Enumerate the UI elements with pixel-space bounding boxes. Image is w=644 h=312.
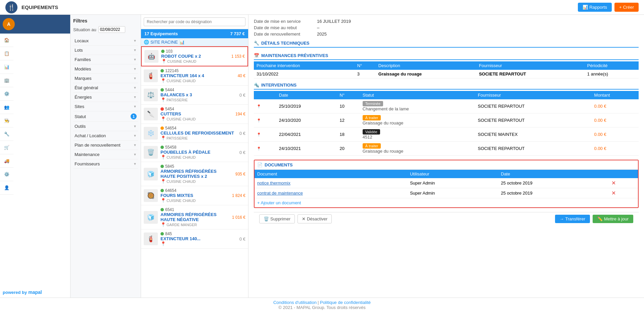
- rapports-button[interactable]: 📊 Rapports: [578, 3, 612, 12]
- doc-name-1[interactable]: contrat de maintenance: [255, 188, 407, 198]
- equip-item-8[interactable]: 🧊 6541 ARMOIRES RÉFRIGÉRÉES HAUTE NÉGATI…: [141, 205, 248, 229]
- renouvellement-value: 2025: [317, 32, 327, 37]
- nav-settings[interactable]: ⚙️: [0, 168, 13, 181]
- filter-item-sites[interactable]: Sites▼: [73, 102, 138, 111]
- nav-user[interactable]: 👤: [0, 181, 13, 195]
- nav-list[interactable]: 📋: [0, 47, 13, 60]
- pin-icon: 📍: [160, 241, 166, 246]
- equip-price-4: 0 €: [239, 131, 245, 136]
- mise-en-service-value: 16 JUILLET 2019: [317, 19, 351, 24]
- filter-label: Modèles: [75, 66, 91, 71]
- doc-user-1: Super Admin: [407, 188, 498, 198]
- nav-equipment[interactable]: ⚙️: [0, 87, 13, 101]
- equip-item-9[interactable]: 🧯 845 EXTINCTEUR 140... 📍 0 €: [141, 229, 248, 249]
- maintenances-table: Prochaine intervention N° Description Fo…: [254, 61, 639, 79]
- equip-item-5[interactable]: 🗑️ 55458 POUBELLES À PÉDALE 📍CUISINE CHA…: [141, 143, 248, 162]
- sidebar: A 🏠 📋 📊 🏢 ⚙️ 👥 👨‍🍳 🔧 🛒 🚚 ⚙️ 👤 powered by…: [0, 15, 71, 298]
- maint-date: 31/10/2022: [254, 70, 355, 79]
- filter-item-énergies[interactable]: Énergies▼: [73, 93, 138, 102]
- equip-price-0: 1 153 €: [231, 54, 245, 59]
- equip-item-6[interactable]: 🧊 5845 ARMOIRES RÉFRIGÉRÉES HAUTE POSITI…: [141, 162, 248, 186]
- equip-item-4[interactable]: ❄️ 54654 CELLULES DE REFROIDISSEMENT 📍PA…: [141, 124, 248, 143]
- doc-link-1[interactable]: contrat de maintenance: [257, 191, 303, 196]
- chevron-down-icon: ▼: [133, 134, 137, 138]
- plus-icon: +: [619, 5, 622, 10]
- statut-badge-1: À traiter: [363, 115, 381, 120]
- politique-link[interactable]: Politique de confidentialité: [320, 300, 371, 305]
- filter-label: Lots: [75, 48, 83, 53]
- intervention-row-0: 📍 25/10/2019 10 Terminée Changement de l…: [254, 99, 639, 113]
- doc-link-0[interactable]: notice thermomix: [257, 180, 290, 186]
- filter-item-statut[interactable]: Statut1: [73, 111, 138, 122]
- equip-item-2[interactable]: ⚖️ 5444 BALANCES x 3 📍PATISSERIE 0 €: [141, 86, 248, 105]
- filters-panel: Filtres Situation au Locaux▼Lots▼Famille…: [71, 15, 141, 298]
- nav-building[interactable]: 🏢: [0, 74, 13, 87]
- int-desc-3: Graissage du rouage: [363, 149, 403, 154]
- document-row-1: contrat de maintenance Super Admin 25 oc…: [255, 188, 638, 198]
- filter-item-fournisseurs[interactable]: Fournisseurs▼: [73, 159, 138, 169]
- delete-icon-0[interactable]: ✕: [611, 180, 616, 186]
- doc-delete-1[interactable]: ✕: [609, 188, 638, 198]
- maint-num: 3: [355, 70, 376, 79]
- filter-item-achat-/-location[interactable]: Achat / Location▼: [73, 131, 138, 141]
- add-document-link[interactable]: + Ajouter un document: [255, 198, 638, 207]
- date-filter-input[interactable]: [98, 26, 125, 33]
- filter-item-marques[interactable]: Marques▼: [73, 74, 138, 83]
- equip-location-5: 📍CUISINE CHAUD: [160, 155, 237, 160]
- nav-cart[interactable]: 🛒: [0, 141, 13, 154]
- page-footer: Conditions d'utilisation | Politique de …: [0, 298, 644, 312]
- equip-price-5: 0 €: [239, 150, 245, 155]
- search-input[interactable]: [144, 17, 245, 26]
- pencil-icon: ✏️: [597, 216, 603, 221]
- filter-label: Sites: [75, 104, 84, 109]
- document-row-0: notice thermomix Super Admin 25 octobre …: [255, 178, 638, 188]
- filter-label: Plan de renouvellement: [75, 143, 121, 148]
- filter-item-outils[interactable]: Outils▼: [73, 122, 138, 131]
- mettreajour-button[interactable]: ✏️ Mettre à jour: [593, 215, 633, 223]
- int-fourn-1: SOCIETE REPARTOUT: [475, 113, 591, 127]
- chevron-down-icon: ▼: [133, 48, 137, 52]
- transferer-button[interactable]: → Transférer: [555, 215, 590, 223]
- doc-delete-0[interactable]: ✕: [609, 178, 638, 188]
- equip-name-7: FOURS MIXTES: [160, 193, 229, 198]
- equip-item-1[interactable]: 🧯 122145 EXTINCTEUR 164 x 4 📍CUISINE CHA…: [141, 66, 248, 86]
- supprimer-button[interactable]: 🗑️ Supprimer: [259, 214, 295, 223]
- filter-item-plan-de-renouvellement[interactable]: Plan de renouvellement▼: [73, 141, 138, 150]
- details-techniques-section: 🔧 DÉTAILS TECHNIQUES: [254, 41, 639, 49]
- intervention-row-3: 📍 24/10/2021 20 À traiter Graissage du r…: [254, 142, 639, 156]
- status-dot-3: [160, 107, 164, 111]
- pin-icon: 📍: [160, 136, 166, 141]
- th-fournisseur: Fournisseur: [476, 61, 584, 70]
- equip-item-7[interactable]: 🥘 64654 FOURS MIXTES 📍CUISINE CHAUD 1 82…: [141, 186, 248, 205]
- equip-thumb-4: ❄️: [144, 127, 158, 140]
- equip-info-6: 5845 ARMOIRES RÉFRIGÉRÉES HAUTE POSITIVE…: [160, 164, 233, 184]
- filter-item-maintenance[interactable]: Maintenance▼: [73, 150, 138, 159]
- equip-price-7: 1 824 €: [232, 193, 245, 198]
- doc-name-0[interactable]: notice thermomix: [255, 178, 407, 188]
- filter-item-locaux[interactable]: Locaux▼: [73, 36, 138, 46]
- filter-item-état-général[interactable]: État général▼: [73, 83, 138, 93]
- filter-item-familles[interactable]: Familles▼: [73, 55, 138, 64]
- nav-people[interactable]: 👥: [0, 101, 13, 114]
- nav-wrench[interactable]: 🔧: [0, 127, 13, 141]
- filter-item-lots[interactable]: Lots▼: [73, 46, 138, 55]
- creer-button[interactable]: + Créer: [614, 3, 639, 12]
- nav-chef[interactable]: 👨‍🍳: [0, 114, 13, 127]
- equip-thumb-6: 🧊: [144, 168, 158, 180]
- bottom-left-actions: 🗑️ Supprimer ✕ Désactiver: [259, 214, 332, 223]
- int-num-2: 18: [337, 127, 360, 142]
- conditions-link[interactable]: Conditions d'utilisation: [273, 300, 317, 305]
- nav-home[interactable]: 🏠: [0, 34, 13, 47]
- desactiver-button[interactable]: ✕ Désactiver: [297, 214, 332, 223]
- equip-item-0[interactable]: 🤖 103 ROBOT COUPE x 2 📍CUISINE CHAUD 1 1…: [141, 46, 248, 66]
- int-pin-0: 📍: [254, 99, 276, 113]
- filter-item-modèles[interactable]: Modèles▼: [73, 64, 138, 74]
- delete-icon-1[interactable]: ✕: [611, 190, 616, 196]
- copyright: © 2021 - MAPAL Group. Tous droits réserv…: [278, 305, 365, 310]
- equip-code-9: 845: [165, 231, 172, 236]
- int-date-1: 24/10/2020: [276, 113, 337, 127]
- nav-transfer[interactable]: 🚚: [0, 154, 13, 168]
- nav-chart[interactable]: 📊: [0, 60, 13, 74]
- filter-label: État général: [75, 85, 98, 90]
- equip-item-3[interactable]: 🔪 5454 CUTTERS 📍CUISINE CHAUD 194 €: [141, 105, 248, 124]
